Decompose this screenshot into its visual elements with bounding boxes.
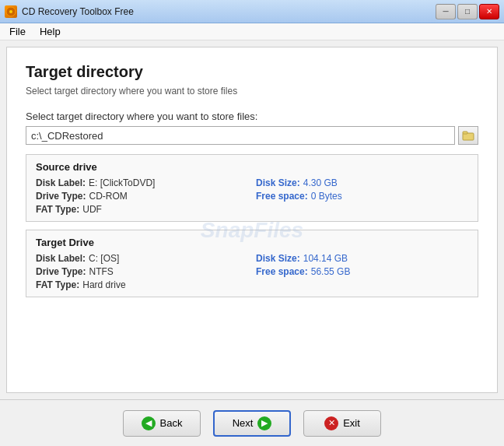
menu-help[interactable]: Help <box>33 24 67 39</box>
back-icon: ◀ <box>142 416 156 430</box>
exit-label: Exit <box>343 417 360 429</box>
target-disk-label-val: C: [OS] <box>89 253 119 264</box>
target-drive-title: Target Drive <box>36 237 468 248</box>
page-title: Target directory <box>26 63 478 81</box>
field-label: Select target directory where you want t… <box>26 111 478 122</box>
source-drive-type-key: Drive Type: <box>36 191 86 202</box>
target-disk-label-row: Disk Label: C: [OS] <box>36 253 248 264</box>
svg-rect-3 <box>463 132 467 134</box>
source-free-space-key: Free space: <box>256 191 308 202</box>
window-title: CD Recovery Toolbox Free <box>22 6 134 17</box>
back-label: Back <box>160 417 183 429</box>
next-icon: ▶ <box>257 416 271 430</box>
target-disk-label-key: Disk Label: <box>36 253 86 264</box>
target-drive-type-val: NTFS <box>89 266 113 277</box>
target-fat-type-row: FAT Type: Hard drive <box>36 279 248 290</box>
source-disk-size-val: 4.30 GB <box>303 177 338 188</box>
minimize-button[interactable]: ─ <box>436 4 456 19</box>
target-drive-type-key: Drive Type: <box>36 266 86 277</box>
source-drive-title: Source drive <box>36 161 468 173</box>
source-free-space-val: 0 Bytes <box>311 191 342 202</box>
next-button[interactable]: Next ▶ <box>213 410 291 437</box>
target-free-space-key: Free space: <box>256 266 308 277</box>
title-bar-left: CD Recovery Toolbox Free <box>5 5 134 18</box>
svg-point-1 <box>9 10 12 13</box>
target-disk-size-row: Disk Size: 104.14 GB <box>256 253 468 264</box>
app-icon <box>5 5 17 18</box>
target-disk-size-key: Disk Size: <box>256 253 300 264</box>
source-fat-type-row: FAT Type: UDF <box>36 204 248 215</box>
target-disk-size-val: 104.14 GB <box>303 253 348 264</box>
source-drive-panel: Source drive Disk Label: E: [ClickToDVD]… <box>26 154 478 222</box>
main-content: Target directory Select target directory… <box>6 47 498 393</box>
menu-bar: File Help <box>0 23 504 40</box>
exit-button[interactable]: ✕ Exit <box>303 410 381 437</box>
target-drive-panel: Target Drive Disk Label: C: [OS] Disk Si… <box>26 230 478 297</box>
footer: ◀ Back Next ▶ ✕ Exit <box>0 399 504 446</box>
next-label: Next <box>233 417 254 429</box>
target-free-space-val: 56.55 GB <box>311 266 351 277</box>
target-fat-type-val: Hard drive <box>82 279 125 290</box>
maximize-button[interactable]: □ <box>457 4 478 19</box>
source-free-space-row: Free space: 0 Bytes <box>256 191 468 202</box>
source-disk-size-row: Disk Size: 4.30 GB <box>256 177 468 188</box>
target-free-space-row: Free space: 56.55 GB <box>256 266 468 277</box>
title-bar: CD Recovery Toolbox Free ─ □ ✕ <box>0 0 504 23</box>
path-input[interactable] <box>26 126 455 145</box>
source-drive-type-row: Drive Type: CD-ROM <box>36 191 248 202</box>
source-fat-type-key: FAT Type: <box>36 204 79 215</box>
target-drive-type-row: Drive Type: NTFS <box>36 266 248 277</box>
target-drive-grid: Disk Label: C: [OS] Disk Size: 104.14 GB… <box>36 253 468 290</box>
source-disk-size-key: Disk Size: <box>256 177 300 188</box>
target-fat-type-key: FAT Type: <box>36 279 79 290</box>
source-disk-label-val: E: [ClickToDVD] <box>89 177 155 188</box>
path-row <box>26 126 478 145</box>
exit-icon: ✕ <box>324 416 338 430</box>
back-button[interactable]: ◀ Back <box>123 410 201 437</box>
source-disk-label-row: Disk Label: E: [ClickToDVD] <box>36 177 248 188</box>
source-drive-type-val: CD-ROM <box>89 191 127 202</box>
close-button[interactable]: ✕ <box>479 4 499 19</box>
browse-button[interactable] <box>458 126 478 145</box>
title-bar-controls: ─ □ ✕ <box>436 4 499 19</box>
page-subtitle: Select target directory where you want t… <box>26 86 478 97</box>
source-drive-grid: Disk Label: E: [ClickToDVD] Disk Size: 4… <box>36 177 468 215</box>
source-fat-type-val: UDF <box>82 204 102 215</box>
menu-file[interactable]: File <box>3 24 32 39</box>
source-disk-label-key: Disk Label: <box>36 177 86 188</box>
